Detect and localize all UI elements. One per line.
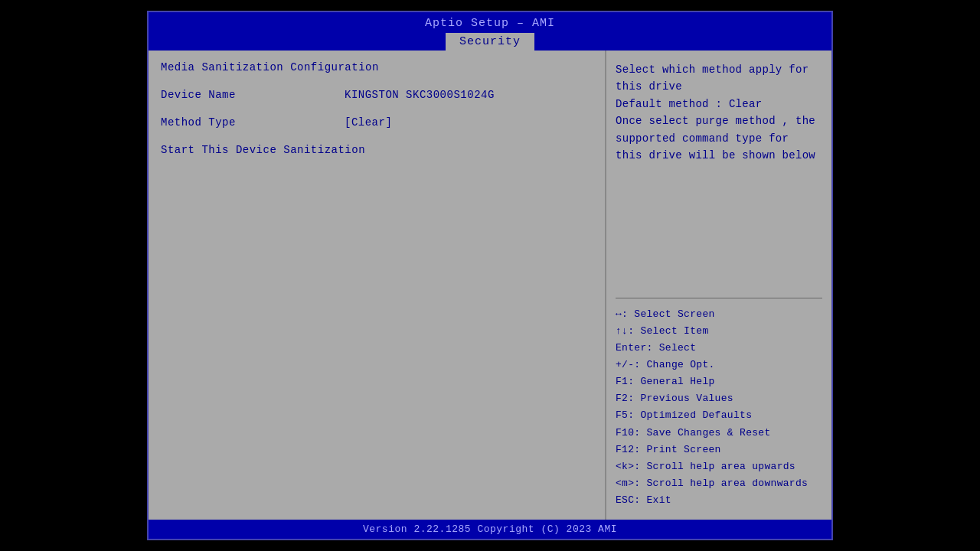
method-type-value[interactable]: [Clear]	[345, 116, 392, 129]
app-title: Aptio Setup – AMI	[425, 17, 555, 30]
key-help-item: Enter: Select	[616, 340, 822, 357]
tab-security[interactable]: Security	[446, 33, 534, 51]
key-help-item: +/-: Change Opt.	[616, 357, 822, 373]
key-help-item: <m>: Scroll help area downwards	[616, 475, 822, 492]
tab-bar: Security	[149, 31, 831, 51]
key-help-item: F2: Previous Values	[616, 390, 822, 407]
key-help-item: F10: Save Changes & Reset	[616, 425, 822, 442]
help-line-3: Default method : Clear	[616, 96, 822, 112]
main-area: Media Sanitization Configuration Device …	[149, 51, 831, 520]
device-name-label: Device Name	[161, 89, 345, 101]
start-sanitization-link[interactable]: Start This Device Sanitization	[161, 144, 593, 156]
help-line-2: this drive	[616, 78, 822, 95]
key-help-item: ↑↓: Select Item	[616, 323, 822, 340]
key-help-item: <k>: Scroll help area upwards	[616, 458, 822, 475]
key-help-item: ↔: Select Screen	[616, 306, 822, 323]
key-help-item: F1: General Help	[616, 373, 822, 390]
key-help-item: F12: Print Screen	[616, 442, 822, 458]
footer-bar: Version 2.22.1285 Copyright (C) 2023 AMI	[149, 520, 831, 539]
help-line-5: supported command type for	[616, 130, 822, 147]
method-type-row: Method Type [Clear]	[161, 116, 593, 129]
help-divider	[616, 298, 822, 298]
help-line-6: this drive will be shown below	[616, 147, 822, 164]
key-help-item: F5: Optimized Defaults	[616, 407, 822, 424]
key-help-item: ESC: Exit	[616, 492, 822, 509]
bios-window: Aptio Setup – AMI Security Media Sanitiz…	[147, 11, 833, 540]
help-line-1: Select which method apply for	[616, 61, 822, 78]
title-bar: Aptio Setup – AMI	[149, 12, 831, 31]
section-title: Media Sanitization Configuration	[161, 61, 593, 73]
left-panel: Media Sanitization Configuration Device …	[149, 51, 606, 520]
help-text-area: Select which method apply for this drive…	[616, 61, 822, 290]
device-name-value: KINGSTON SKC3000S1024G	[345, 89, 495, 101]
help-line-4: Once select purge method , the	[616, 112, 822, 129]
device-name-row: Device Name KINGSTON SKC3000S1024G	[161, 89, 593, 101]
method-type-label: Method Type	[161, 116, 345, 129]
key-help-area: ↔: Select Screen↑↓: Select ItemEnter: Se…	[616, 306, 822, 509]
right-panel: Select which method apply for this drive…	[606, 51, 831, 520]
version-text: Version 2.22.1285 Copyright (C) 2023 AMI	[363, 523, 617, 535]
